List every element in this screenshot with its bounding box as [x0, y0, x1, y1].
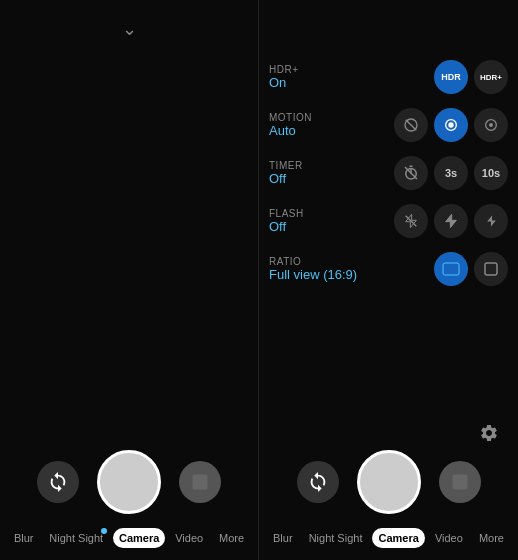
svg-rect-17: [452, 475, 467, 490]
flash-options: [394, 204, 508, 238]
right-mode-bar: Blur Night Sight Camera Video More: [259, 520, 518, 560]
svg-line-12: [406, 216, 417, 227]
left-panel: ⌄ Blur Night Sight Camera Video Mo: [0, 0, 259, 560]
hdr-auto-button[interactable]: HDR: [434, 60, 468, 94]
right-panel: HDR+ On HDR HDR+ MOTION Auto: [259, 0, 518, 560]
mode-camera-right[interactable]: Camera: [372, 528, 424, 548]
mode-video-right[interactable]: Video: [429, 528, 469, 548]
mode-blur-right[interactable]: Blur: [267, 528, 299, 548]
motion-off-button[interactable]: [394, 108, 428, 142]
hdr-value: On: [269, 75, 299, 90]
chevron-down-icon[interactable]: ⌄: [122, 18, 137, 40]
timer-10s-button[interactable]: 10s: [474, 156, 508, 190]
right-bottom-controls: Blur Night Sight Camera Video More: [259, 442, 518, 560]
flip-camera-button[interactable]: [37, 461, 79, 503]
timer-label: TIMER: [269, 160, 303, 171]
timer-setting-row: TIMER Off 3s 10s: [269, 156, 508, 190]
hdr-setting-row: HDR+ On HDR HDR+: [269, 60, 508, 94]
svg-point-6: [489, 123, 493, 127]
ratio-full-button[interactable]: [434, 252, 468, 286]
settings-panel: HDR+ On HDR HDR+ MOTION Auto: [269, 60, 508, 300]
flash-value: Off: [269, 219, 304, 234]
svg-line-2: [406, 120, 417, 131]
night-sight-dot-left: [101, 528, 107, 534]
hdr-plus-button[interactable]: HDR+: [474, 60, 508, 94]
timer-3s-button[interactable]: 3s: [434, 156, 468, 190]
flash-on-button[interactable]: [474, 204, 508, 238]
flash-auto-button[interactable]: [434, 204, 468, 238]
svg-rect-16: [485, 263, 497, 275]
motion-auto-button[interactable]: [434, 108, 468, 142]
mode-night-sight-left[interactable]: Night Sight: [43, 528, 109, 548]
timer-options: 3s 10s: [394, 156, 508, 190]
left-mode-bar: Blur Night Sight Camera Video More: [0, 520, 258, 560]
settings-gear-button[interactable]: [472, 416, 506, 450]
motion-value: Auto: [269, 123, 312, 138]
mode-blur-left[interactable]: Blur: [8, 528, 40, 548]
ratio-value: Full view (16:9): [269, 267, 357, 282]
mode-camera-left[interactable]: Camera: [113, 528, 165, 548]
svg-point-3: [448, 122, 453, 127]
gallery-button[interactable]: [179, 461, 221, 503]
mode-more-left[interactable]: More: [213, 528, 250, 548]
mode-video-left[interactable]: Video: [169, 528, 209, 548]
shutter-button-right[interactable]: [357, 450, 421, 514]
mode-night-sight-right[interactable]: Night Sight: [303, 528, 369, 548]
motion-setting-row: MOTION Auto: [269, 108, 508, 142]
flash-setting-row: FLASH Off: [269, 204, 508, 238]
flash-off-button[interactable]: [394, 204, 428, 238]
svg-rect-0: [193, 475, 208, 490]
flash-label: FLASH: [269, 208, 304, 219]
svg-marker-13: [446, 214, 457, 227]
motion-on-button[interactable]: [474, 108, 508, 142]
svg-marker-14: [487, 216, 496, 227]
right-camera-buttons: [259, 442, 518, 520]
timer-value: Off: [269, 171, 303, 186]
gallery-button-right[interactable]: [439, 461, 481, 503]
timer-off-button[interactable]: [394, 156, 428, 190]
left-camera-buttons: [0, 442, 258, 520]
ratio-setting-row: RATIO Full view (16:9): [269, 252, 508, 286]
ratio-label: RATIO: [269, 256, 357, 267]
motion-label: MOTION: [269, 112, 312, 123]
ratio-options: [434, 252, 508, 286]
shutter-button[interactable]: [97, 450, 161, 514]
svg-rect-15: [443, 263, 459, 275]
ratio-square-button[interactable]: [474, 252, 508, 286]
hdr-options: HDR HDR+: [434, 60, 508, 94]
mode-more-right[interactable]: More: [473, 528, 510, 548]
left-bottom-controls: Blur Night Sight Camera Video More: [0, 442, 258, 560]
flip-camera-button-right[interactable]: [297, 461, 339, 503]
motion-options: [394, 108, 508, 142]
hdr-label: HDR+: [269, 64, 299, 75]
